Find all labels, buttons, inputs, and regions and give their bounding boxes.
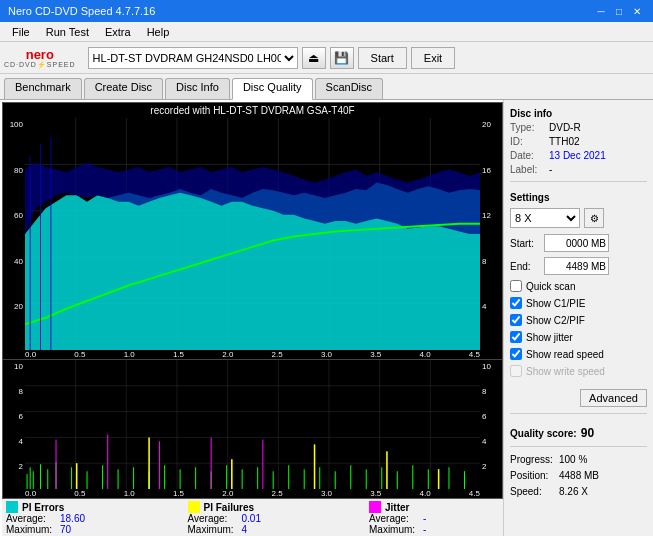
show-c1pie-label: Show C1/PIE bbox=[526, 298, 585, 309]
pi-failures-title: PI Failures bbox=[188, 501, 318, 513]
speed-row-2: Speed: 8.26 X bbox=[510, 486, 647, 497]
disc-id-val: TTH02 bbox=[549, 136, 580, 147]
show-write-speed-checkbox[interactable] bbox=[510, 365, 522, 377]
start-mb-row: Start: bbox=[510, 234, 647, 252]
y-label: 8 bbox=[3, 387, 25, 396]
show-c2pif-checkbox[interactable] bbox=[510, 314, 522, 326]
advanced-button[interactable]: Advanced bbox=[580, 389, 647, 407]
pi-errors-avg-val: 18.60 bbox=[60, 513, 85, 524]
position-val: 4488 MB bbox=[559, 470, 599, 481]
pi-failures-avg-label: Average: bbox=[188, 513, 238, 524]
y-label: 60 bbox=[3, 211, 25, 220]
quick-scan-row: Quick scan bbox=[510, 280, 647, 292]
jitter-avg-val: - bbox=[423, 513, 426, 524]
pi-errors-max-val: 70 bbox=[60, 524, 71, 535]
start-mb-input[interactable] bbox=[544, 234, 609, 252]
show-c1pie-row: Show C1/PIE bbox=[510, 297, 647, 309]
quick-scan-checkbox[interactable] bbox=[510, 280, 522, 292]
show-write-speed-label: Show write speed bbox=[526, 366, 605, 377]
y-label: 6 bbox=[3, 412, 25, 421]
settings-title: Settings bbox=[510, 192, 647, 203]
y-label-right: 6 bbox=[480, 412, 502, 421]
show-read-speed-checkbox[interactable] bbox=[510, 348, 522, 360]
top-y-right: 20 16 12 8 4 bbox=[480, 118, 502, 350]
nero-logo: nero CD·DVD⚡SPEED bbox=[4, 48, 76, 68]
disc-date-val: 13 Dec 2021 bbox=[549, 150, 606, 161]
x-label: 3.0 bbox=[321, 489, 332, 498]
show-write-speed-row: Show write speed bbox=[510, 365, 647, 377]
minimize-button[interactable]: ─ bbox=[593, 4, 609, 18]
x-label: 4.5 bbox=[469, 350, 480, 359]
tabs: Benchmark Create Disc Disc Info Disc Qua… bbox=[0, 74, 653, 100]
show-c1pie-checkbox[interactable] bbox=[510, 297, 522, 309]
toolbar: nero CD·DVD⚡SPEED HL-DT-ST DVDRAM GH24NS… bbox=[0, 42, 653, 74]
quality-score-val: 90 bbox=[581, 426, 594, 440]
end-mb-input[interactable] bbox=[544, 257, 609, 275]
menubar: File Run Test Extra Help bbox=[0, 22, 653, 42]
main-content: recorded with HL-DT-ST DVDRAM GSA-T40F 1… bbox=[0, 100, 653, 536]
drive-select[interactable]: HL-DT-ST DVDRAM GH24NSD0 LH00 bbox=[88, 47, 298, 69]
y-label: 80 bbox=[3, 166, 25, 175]
menu-extra[interactable]: Extra bbox=[97, 24, 139, 40]
start-button[interactable]: Start bbox=[358, 47, 407, 69]
tab-create-disc[interactable]: Create Disc bbox=[84, 78, 163, 99]
x-label: 3.0 bbox=[321, 350, 332, 359]
menu-help[interactable]: Help bbox=[139, 24, 178, 40]
show-read-speed-label: Show read speed bbox=[526, 349, 604, 360]
x-label: 2.5 bbox=[272, 350, 283, 359]
save-button[interactable]: 💾 bbox=[330, 47, 354, 69]
top-chart: 100 80 60 40 20 bbox=[3, 118, 502, 350]
x-label: 4.5 bbox=[469, 489, 480, 498]
pi-errors-avg-label: Average: bbox=[6, 513, 56, 524]
disc-info-title: Disc info bbox=[510, 108, 647, 119]
x-label: 2.5 bbox=[272, 489, 283, 498]
y-label-right: 4 bbox=[480, 437, 502, 446]
info-panel: Disc info Type: DVD-R ID: TTH02 Date: 13… bbox=[503, 100, 653, 536]
jitter-color bbox=[369, 501, 381, 513]
tab-disc-quality[interactable]: Disc Quality bbox=[232, 78, 313, 100]
maximize-button[interactable]: □ bbox=[611, 4, 627, 18]
pi-errors-color bbox=[6, 501, 18, 513]
pi-failures-label: PI Failures bbox=[204, 502, 255, 513]
show-jitter-checkbox[interactable] bbox=[510, 331, 522, 343]
close-button[interactable]: ✕ bbox=[629, 4, 645, 18]
bottom-y-left: 10 8 6 4 2 bbox=[3, 360, 25, 489]
disc-label-key: Label: bbox=[510, 164, 545, 175]
progress-val: 100 % bbox=[559, 454, 587, 465]
speed-select[interactable]: 8 X 1 X 2 X 4 X Max bbox=[510, 208, 580, 228]
chart-column: recorded with HL-DT-ST DVDRAM GSA-T40F 1… bbox=[2, 102, 503, 536]
y-label-right: 10 bbox=[480, 362, 502, 371]
divider-1 bbox=[510, 181, 647, 182]
disc-type-val: DVD-R bbox=[549, 122, 581, 133]
tab-benchmark[interactable]: Benchmark bbox=[4, 78, 82, 99]
settings-icon-button[interactable]: ⚙ bbox=[584, 208, 604, 228]
progress-row: Progress: 100 % bbox=[510, 454, 647, 465]
show-c2pif-row: Show C2/PIF bbox=[510, 314, 647, 326]
x-label: 3.5 bbox=[370, 350, 381, 359]
y-label: 2 bbox=[3, 462, 25, 471]
x-label: 0.0 bbox=[25, 489, 36, 498]
chart-area: recorded with HL-DT-ST DVDRAM GSA-T40F 1… bbox=[2, 102, 503, 499]
eject-button[interactable]: ⏏ bbox=[302, 47, 326, 69]
nero-text: nero bbox=[26, 48, 54, 61]
y-label: 4 bbox=[3, 437, 25, 446]
advanced-btn-container: Advanced bbox=[510, 385, 647, 407]
bottom-chart: 10 8 6 4 2 bbox=[3, 359, 502, 489]
menu-run-test[interactable]: Run Test bbox=[38, 24, 97, 40]
pi-failures-avg-row: Average: 0.01 bbox=[188, 513, 318, 524]
speed-label: Speed: bbox=[510, 486, 555, 497]
disc-label-val: - bbox=[549, 164, 552, 175]
tab-disc-info[interactable]: Disc Info bbox=[165, 78, 230, 99]
tab-scan-disc[interactable]: ScanDisc bbox=[315, 78, 383, 99]
pi-errors-max-row: Maximum: 70 bbox=[6, 524, 136, 535]
divider-2 bbox=[510, 413, 647, 414]
exit-button[interactable]: Exit bbox=[411, 47, 455, 69]
pi-failures-max-row: Maximum: 4 bbox=[188, 524, 318, 535]
menu-file[interactable]: File bbox=[4, 24, 38, 40]
jitter-avg-label: Average: bbox=[369, 513, 419, 524]
y-label-right: 2 bbox=[480, 462, 502, 471]
end-mb-row: End: bbox=[510, 257, 647, 275]
bottom-x-labels: 0.0 0.5 1.0 1.5 2.0 2.5 3.0 3.5 4.0 4.5 bbox=[3, 489, 502, 498]
bottom-y-right: 10 8 6 4 2 bbox=[480, 360, 502, 489]
y-label-right: 16 bbox=[480, 166, 502, 175]
